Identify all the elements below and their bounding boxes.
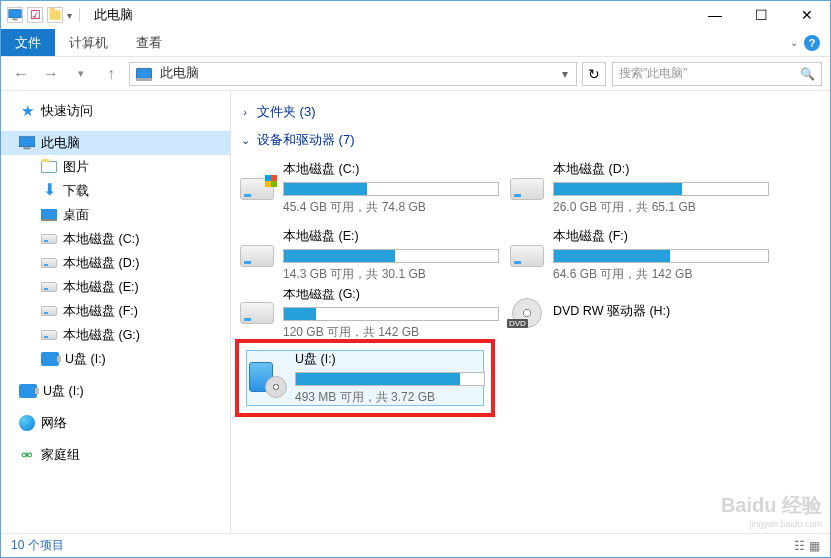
disk-icon	[41, 330, 57, 340]
drive-e[interactable]: 本地磁盘 (E:) 14.3 GB 可用，共 30.1 GB	[235, 222, 505, 289]
section-drives[interactable]: ⌄设备和驱动器 (7)	[235, 127, 822, 155]
usage-bar	[283, 249, 499, 263]
search-icon: 🔍	[800, 67, 815, 81]
main-area: ★快速访问 此电脑 图片 ⬇下载 桌面 本地磁盘 (C:) 本地磁盘 (D:) …	[1, 91, 830, 533]
svg-rect-3	[23, 147, 30, 149]
download-icon: ⬇	[41, 182, 57, 198]
drives-grid: 本地磁盘 (C:) 45.4 GB 可用，共 74.8 GB 本地磁盘 (D:)…	[235, 155, 822, 417]
disk-icon	[510, 245, 544, 267]
drive-f[interactable]: 本地磁盘 (F:) 64.6 GB 可用，共 142 GB	[505, 222, 775, 289]
navigation-bar: ← → ▾ ↑ 此电脑 ▾ ↻ 搜索"此电脑" 🔍	[1, 57, 830, 91]
navigation-pane: ★快速访问 此电脑 图片 ⬇下载 桌面 本地磁盘 (C:) 本地磁盘 (D:) …	[1, 91, 231, 533]
drive-c[interactable]: 本地磁盘 (C:) 45.4 GB 可用，共 74.8 GB	[235, 155, 505, 222]
recent-dropdown[interactable]: ▾	[69, 62, 93, 86]
usage-bar	[283, 307, 499, 321]
pictures-icon	[41, 161, 57, 173]
large-icons-view-button[interactable]: ▦	[809, 539, 820, 553]
usb-install-icon	[245, 360, 285, 396]
disk-icon	[41, 258, 57, 268]
title-bar: ☑ ▾ │ 此电脑 — ☐ ✕	[1, 1, 830, 29]
status-bar: 10 个项目 ☷ ▦	[1, 533, 830, 557]
svg-rect-1	[12, 19, 17, 21]
maximize-button[interactable]: ☐	[738, 1, 784, 29]
search-input[interactable]: 搜索"此电脑" 🔍	[612, 62, 822, 86]
minimize-button[interactable]: —	[692, 1, 738, 29]
sidebar-item-pictures[interactable]: 图片	[1, 155, 230, 179]
pc-icon	[19, 135, 35, 151]
chevron-right-icon: ›	[239, 106, 251, 118]
monitor-icon[interactable]	[7, 7, 23, 23]
drive-g[interactable]: 本地磁盘 (G:) 120 GB 可用，共 142 GB	[235, 289, 505, 337]
section-folders[interactable]: ›文件夹 (3)	[235, 99, 822, 127]
item-count: 10 个项目	[11, 537, 64, 554]
disk-icon	[41, 234, 57, 244]
usage-bar	[283, 182, 499, 196]
sidebar-item-desktop[interactable]: 桌面	[1, 203, 230, 227]
sidebar-item-disk-f[interactable]: 本地磁盘 (F:)	[1, 299, 230, 323]
properties-checkbox-icon[interactable]: ☑	[27, 7, 43, 23]
svg-rect-2	[19, 137, 35, 147]
address-dropdown-icon[interactable]: ▾	[556, 67, 574, 81]
close-button[interactable]: ✕	[784, 1, 830, 29]
folder-qat-icon[interactable]	[47, 7, 63, 23]
ribbon-expand-icon[interactable]: ⌄	[790, 37, 798, 48]
sidebar-item-quick-access[interactable]: ★快速访问	[1, 99, 230, 123]
disk-icon	[41, 282, 57, 292]
window-title: 此电脑	[94, 7, 133, 24]
disk-icon	[240, 245, 274, 267]
sidebar-item-usb-i-root[interactable]: U盘 (I:)	[1, 379, 230, 403]
star-icon: ★	[19, 103, 35, 119]
window-controls: — ☐ ✕	[692, 1, 830, 29]
back-button[interactable]: ←	[9, 62, 33, 86]
refresh-button[interactable]: ↻	[582, 62, 606, 86]
system-disk-icon	[240, 178, 274, 200]
drive-d[interactable]: 本地磁盘 (D:) 26.0 GB 可用，共 65.1 GB	[505, 155, 775, 222]
drive-dvd[interactable]: DVD DVD RW 驱动器 (H:)	[505, 289, 775, 337]
disk-icon	[510, 178, 544, 200]
forward-button[interactable]: →	[39, 62, 63, 86]
drive-usb-highlighted[interactable]: U盘 (I:) 493 MB 可用，共 3.72 GB	[235, 339, 495, 417]
usb-disk-icon	[41, 352, 59, 366]
usage-bar	[553, 182, 769, 196]
address-text: 此电脑	[156, 65, 556, 82]
qat-dropdown[interactable]: ▾	[67, 10, 72, 21]
disk-icon	[240, 302, 274, 324]
svg-rect-0	[9, 10, 21, 18]
svg-rect-4	[41, 209, 57, 219]
usage-bar	[553, 249, 769, 263]
sidebar-item-homegroup[interactable]: ⚮家庭组	[1, 443, 230, 467]
sidebar-item-downloads[interactable]: ⬇下载	[1, 179, 230, 203]
computer-tab[interactable]: 计算机	[55, 29, 122, 56]
disk-icon	[41, 306, 57, 316]
sidebar-item-disk-g[interactable]: 本地磁盘 (G:)	[1, 323, 230, 347]
usb-disk-icon	[19, 384, 37, 398]
details-view-button[interactable]: ☷	[794, 539, 805, 553]
sidebar-item-disk-d[interactable]: 本地磁盘 (D:)	[1, 251, 230, 275]
ribbon-tabs: 文件 计算机 查看 ⌄ ?	[1, 29, 830, 57]
content-pane: ›文件夹 (3) ⌄设备和驱动器 (7) 本地磁盘 (C:) 45.4 GB 可…	[231, 91, 830, 533]
network-icon	[19, 415, 35, 431]
address-bar[interactable]: 此电脑 ▾	[129, 62, 577, 86]
sidebar-item-disk-e[interactable]: 本地磁盘 (E:)	[1, 275, 230, 299]
homegroup-icon: ⚮	[19, 447, 35, 463]
this-pc-icon	[136, 68, 152, 80]
sidebar-item-this-pc[interactable]: 此电脑	[1, 131, 230, 155]
sidebar-item-network[interactable]: 网络	[1, 411, 230, 435]
help-icon[interactable]: ?	[804, 35, 820, 51]
sidebar-item-usb-i[interactable]: U盘 (I:)	[1, 347, 230, 371]
svg-rect-5	[41, 219, 57, 221]
desktop-icon	[41, 207, 57, 223]
usage-bar	[295, 372, 485, 386]
sidebar-item-disk-c[interactable]: 本地磁盘 (C:)	[1, 227, 230, 251]
file-tab[interactable]: 文件	[1, 29, 55, 56]
quick-access-toolbar: ☑ ▾ │	[7, 7, 84, 23]
up-button[interactable]: ↑	[99, 62, 123, 86]
chevron-down-icon: ⌄	[239, 134, 251, 147]
search-placeholder: 搜索"此电脑"	[619, 65, 688, 82]
view-tab[interactable]: 查看	[122, 29, 176, 56]
